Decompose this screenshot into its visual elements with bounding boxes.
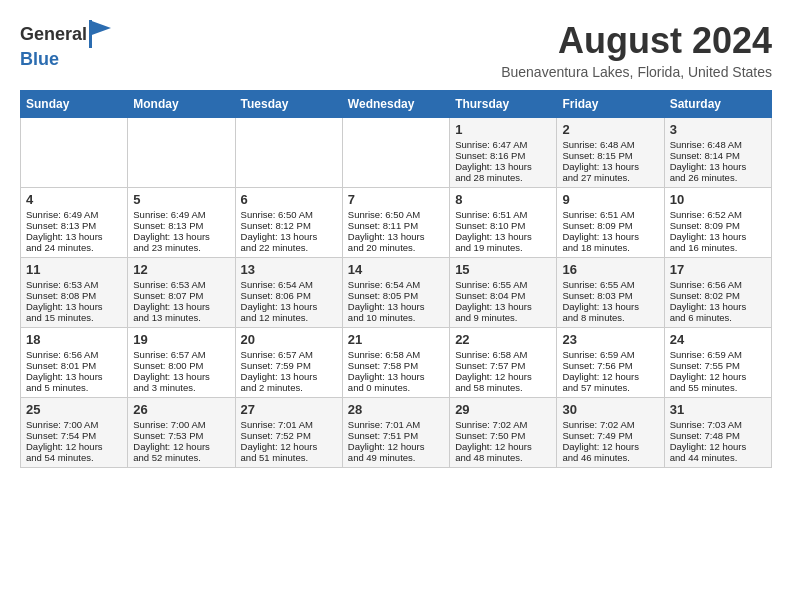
day-info: and 10 minutes. xyxy=(348,312,444,323)
day-info: Sunrise: 7:02 AM xyxy=(455,419,551,430)
day-info: Sunset: 7:58 PM xyxy=(348,360,444,371)
day-info: Sunrise: 6:55 AM xyxy=(455,279,551,290)
day-info: and 27 minutes. xyxy=(562,172,658,183)
day-number: 25 xyxy=(26,402,122,417)
day-info: Sunrise: 6:47 AM xyxy=(455,139,551,150)
day-info: Sunrise: 6:48 AM xyxy=(670,139,766,150)
day-info: Sunrise: 6:55 AM xyxy=(562,279,658,290)
day-number: 12 xyxy=(133,262,229,277)
day-number: 21 xyxy=(348,332,444,347)
calendar-cell: 1Sunrise: 6:47 AMSunset: 8:16 PMDaylight… xyxy=(450,118,557,188)
calendar-cell: 14Sunrise: 6:54 AMSunset: 8:05 PMDayligh… xyxy=(342,258,449,328)
day-info: Daylight: 13 hours xyxy=(670,231,766,242)
day-info: and 23 minutes. xyxy=(133,242,229,253)
logo-blue: Blue xyxy=(20,50,59,70)
calendar-week-1: 1Sunrise: 6:47 AMSunset: 8:16 PMDaylight… xyxy=(21,118,772,188)
day-info: Sunrise: 6:52 AM xyxy=(670,209,766,220)
day-number: 17 xyxy=(670,262,766,277)
day-info: Sunset: 7:53 PM xyxy=(133,430,229,441)
day-number: 5 xyxy=(133,192,229,207)
day-info: and 18 minutes. xyxy=(562,242,658,253)
day-info: Sunset: 8:13 PM xyxy=(133,220,229,231)
day-info: Sunset: 7:56 PM xyxy=(562,360,658,371)
day-info: Sunset: 7:57 PM xyxy=(455,360,551,371)
calendar-cell: 23Sunrise: 6:59 AMSunset: 7:56 PMDayligh… xyxy=(557,328,664,398)
calendar-cell: 5Sunrise: 6:49 AMSunset: 8:13 PMDaylight… xyxy=(128,188,235,258)
day-number: 31 xyxy=(670,402,766,417)
calendar-cell: 10Sunrise: 6:52 AMSunset: 8:09 PMDayligh… xyxy=(664,188,771,258)
svg-rect-1 xyxy=(89,20,92,48)
day-info: Sunset: 7:55 PM xyxy=(670,360,766,371)
day-number: 14 xyxy=(348,262,444,277)
day-info: Daylight: 13 hours xyxy=(26,301,122,312)
day-info: and 55 minutes. xyxy=(670,382,766,393)
month-title: August 2024 xyxy=(501,20,772,62)
day-info: Sunset: 8:06 PM xyxy=(241,290,337,301)
day-info: Sunrise: 6:54 AM xyxy=(241,279,337,290)
day-info: and 8 minutes. xyxy=(562,312,658,323)
day-info: Daylight: 13 hours xyxy=(133,371,229,382)
day-info: Daylight: 12 hours xyxy=(133,441,229,452)
calendar-cell: 4Sunrise: 6:49 AMSunset: 8:13 PMDaylight… xyxy=(21,188,128,258)
calendar-cell: 11Sunrise: 6:53 AMSunset: 8:08 PMDayligh… xyxy=(21,258,128,328)
location-title: Buenaventura Lakes, Florida, United Stat… xyxy=(501,64,772,80)
day-info: Daylight: 13 hours xyxy=(670,161,766,172)
day-info: and 22 minutes. xyxy=(241,242,337,253)
day-info: Sunrise: 7:03 AM xyxy=(670,419,766,430)
day-number: 26 xyxy=(133,402,229,417)
day-info: and 51 minutes. xyxy=(241,452,337,463)
day-info: Sunrise: 6:59 AM xyxy=(670,349,766,360)
day-info: Daylight: 12 hours xyxy=(348,441,444,452)
day-info: Daylight: 12 hours xyxy=(26,441,122,452)
day-info: Daylight: 12 hours xyxy=(562,371,658,382)
calendar-cell: 19Sunrise: 6:57 AMSunset: 8:00 PMDayligh… xyxy=(128,328,235,398)
day-info: Sunset: 8:10 PM xyxy=(455,220,551,231)
calendar-cell: 31Sunrise: 7:03 AMSunset: 7:48 PMDayligh… xyxy=(664,398,771,468)
calendar-cell: 29Sunrise: 7:02 AMSunset: 7:50 PMDayligh… xyxy=(450,398,557,468)
day-number: 1 xyxy=(455,122,551,137)
day-info: Daylight: 12 hours xyxy=(670,441,766,452)
day-info: and 49 minutes. xyxy=(348,452,444,463)
day-info: and 52 minutes. xyxy=(133,452,229,463)
day-info: and 20 minutes. xyxy=(348,242,444,253)
day-info: Sunrise: 6:58 AM xyxy=(348,349,444,360)
day-info: Sunset: 8:08 PM xyxy=(26,290,122,301)
day-info: Sunrise: 7:00 AM xyxy=(133,419,229,430)
calendar-cell: 15Sunrise: 6:55 AMSunset: 8:04 PMDayligh… xyxy=(450,258,557,328)
day-info: Daylight: 13 hours xyxy=(562,161,658,172)
day-info: Sunset: 7:49 PM xyxy=(562,430,658,441)
calendar-cell: 12Sunrise: 6:53 AMSunset: 8:07 PMDayligh… xyxy=(128,258,235,328)
day-info: Sunrise: 6:59 AM xyxy=(562,349,658,360)
day-info: and 6 minutes. xyxy=(670,312,766,323)
day-info: Sunrise: 6:50 AM xyxy=(241,209,337,220)
day-info: and 3 minutes. xyxy=(133,382,229,393)
logo-text: General xyxy=(20,25,87,45)
day-number: 9 xyxy=(562,192,658,207)
day-number: 3 xyxy=(670,122,766,137)
col-wednesday: Wednesday xyxy=(342,91,449,118)
day-info: and 44 minutes. xyxy=(670,452,766,463)
day-info: Daylight: 13 hours xyxy=(26,371,122,382)
day-info: Sunrise: 6:57 AM xyxy=(133,349,229,360)
day-info: and 2 minutes. xyxy=(241,382,337,393)
calendar-cell: 2Sunrise: 6:48 AMSunset: 8:15 PMDaylight… xyxy=(557,118,664,188)
day-info: Daylight: 13 hours xyxy=(133,301,229,312)
calendar-cell: 3Sunrise: 6:48 AMSunset: 8:14 PMDaylight… xyxy=(664,118,771,188)
col-saturday: Saturday xyxy=(664,91,771,118)
day-number: 19 xyxy=(133,332,229,347)
day-info: Sunset: 8:05 PM xyxy=(348,290,444,301)
col-sunday: Sunday xyxy=(21,91,128,118)
day-info: Sunrise: 6:56 AM xyxy=(26,349,122,360)
day-info: and 28 minutes. xyxy=(455,172,551,183)
page: General Blue August 2024 Buenaventura La… xyxy=(0,0,792,478)
calendar-cell: 6Sunrise: 6:50 AMSunset: 8:12 PMDaylight… xyxy=(235,188,342,258)
day-number: 8 xyxy=(455,192,551,207)
day-number: 20 xyxy=(241,332,337,347)
calendar-week-3: 11Sunrise: 6:53 AMSunset: 8:08 PMDayligh… xyxy=(21,258,772,328)
day-number: 23 xyxy=(562,332,658,347)
day-info: Sunset: 8:04 PM xyxy=(455,290,551,301)
day-info: Sunrise: 7:01 AM xyxy=(241,419,337,430)
day-info: Sunrise: 7:00 AM xyxy=(26,419,122,430)
day-info: Sunset: 7:52 PM xyxy=(241,430,337,441)
day-info: Sunset: 7:48 PM xyxy=(670,430,766,441)
